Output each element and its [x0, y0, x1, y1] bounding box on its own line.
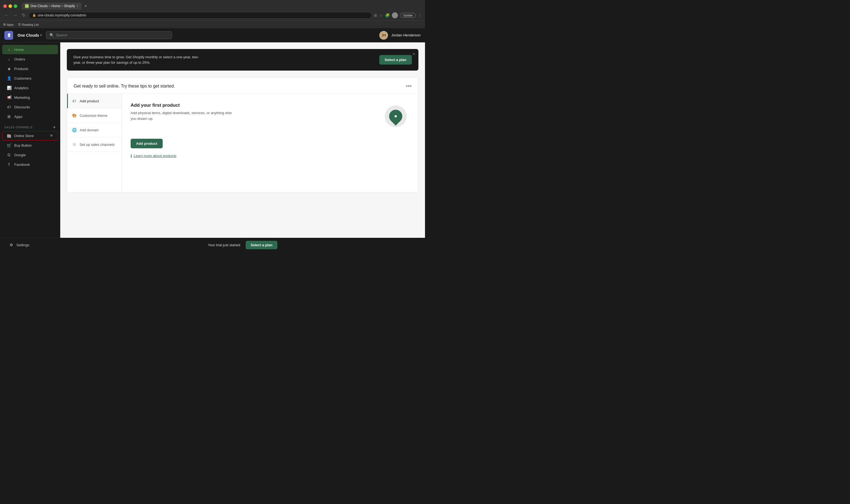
sidebar-item-apps[interactable]: ⊞ Apps: [2, 112, 58, 121]
browser-tabs: 🛍 One Clouds ~ Home ~ Shopify × +: [0, 0, 425, 10]
info-icon: ℹ: [131, 154, 132, 158]
bookmarks-bar: ⊞ Apps ☰ Reading List: [0, 20, 425, 28]
star-icon[interactable]: ☆: [379, 13, 383, 18]
sidebar-item-products[interactable]: ◈ Products: [2, 64, 58, 73]
header-right: JH Jordan Henderson: [379, 31, 421, 40]
online-store-left: 🏬 Online Store: [7, 134, 34, 138]
promo-banner-text: Give your business time to grow. Get Sho…: [73, 54, 205, 65]
shopify-header: One Clouds ▾ 🔍 Search JH Jordan Henderso…: [0, 28, 425, 42]
sidebar-nav: ⌂ Home ↓ Orders ◈ Products 👤 Customers 📊: [0, 42, 60, 237]
tips-card-header: Get ready to sell online. Try these tips…: [67, 77, 418, 94]
tips-body: 🏷 Add product 🎨 Customize theme 🌐 Add do…: [67, 94, 418, 192]
browser-chrome: 🛍 One Clouds ~ Home ~ Shopify × + ← → ↻ …: [0, 0, 425, 20]
tips-more-button[interactable]: •••: [406, 83, 412, 89]
sidebar-label-home: Home: [14, 48, 24, 52]
search-icon: 🔍: [50, 33, 54, 37]
learn-more-link[interactable]: ℹ Learn more about products: [131, 154, 410, 158]
facebook-icon: f: [6, 162, 12, 167]
menu-icon[interactable]: ⋮: [418, 13, 422, 18]
tag-shape: [386, 107, 405, 126]
sidebar-item-settings[interactable]: ⚙ Settings: [4, 240, 56, 250]
tips-list: 🏷 Add product 🎨 Customize theme 🌐 Add do…: [67, 94, 122, 192]
tip-detail-image: [382, 103, 410, 130]
tab-close-button[interactable]: ×: [77, 4, 78, 8]
grid-icon[interactable]: ⊞: [374, 13, 377, 18]
sidebar-label-products: Products: [14, 67, 28, 71]
minimize-window-button[interactable]: [8, 4, 12, 8]
tip-item-add-domain[interactable]: 🌐 Add domain: [67, 123, 122, 137]
address-bar[interactable]: 🔒 one-clouds.myshopify.com/admin: [29, 12, 371, 19]
buy-button-icon: 🛒: [6, 143, 12, 148]
trial-select-plan-button[interactable]: Select a plan: [246, 241, 277, 249]
url-text: one-clouds.myshopify.com/admin: [38, 13, 86, 17]
tip-detail-description: Add physical items, digital downloads, s…: [131, 110, 235, 122]
add-product-button[interactable]: Add product: [131, 139, 163, 148]
banner-select-plan-button[interactable]: Select a plan: [379, 55, 412, 65]
sales-channels-tip-icon: ⚙: [71, 142, 77, 147]
browser-toolbar: ← → ↻ 🔒 one-clouds.myshopify.com/admin ⊞…: [0, 10, 425, 20]
tip-detail: Add your first product Add physical item…: [122, 94, 418, 192]
shop-name[interactable]: One Clouds ▾: [18, 33, 41, 37]
tip-item-customize-theme[interactable]: 🎨 Customize theme: [67, 108, 122, 123]
sidebar-item-facebook[interactable]: f Facebook: [2, 160, 58, 169]
tag-hole: [394, 115, 397, 118]
extensions-icon[interactable]: 🧩: [385, 13, 390, 18]
update-button[interactable]: Update: [400, 13, 416, 18]
marketing-icon: 📢: [6, 95, 12, 100]
banner-close-button[interactable]: ×: [413, 52, 415, 57]
sidebar-item-marketing[interactable]: 📢 Marketing: [2, 93, 58, 102]
apps-icon: ⊞: [6, 114, 12, 119]
user-name: Jordan Henderson: [391, 33, 421, 37]
bookmark-apps[interactable]: ⊞ Apps: [3, 23, 14, 26]
fullscreen-window-button[interactable]: [14, 4, 17, 8]
promo-banner: Give your business time to grow. Get Sho…: [67, 49, 418, 71]
add-domain-tip-icon: 🌐: [71, 127, 77, 133]
sidebar-label-google: Google: [14, 153, 26, 157]
shopify-app: One Clouds ▾ 🔍 Search JH Jordan Henderso…: [0, 28, 425, 252]
shopify-logo: [4, 31, 13, 40]
main-area: Give your business time to grow. Get Sho…: [60, 42, 425, 252]
discounts-icon: 🏷: [6, 105, 12, 109]
sidebar-item-google[interactable]: G Google: [2, 150, 58, 160]
analytics-icon: 📊: [6, 85, 12, 90]
search-placeholder: Search: [56, 33, 67, 37]
sidebar-label-analytics: Analytics: [14, 86, 29, 90]
new-tab-button[interactable]: +: [83, 3, 88, 8]
sidebar-item-discounts[interactable]: 🏷 Discounts: [2, 102, 58, 112]
forward-button[interactable]: →: [12, 12, 19, 18]
app-body: ⌂ Home ↓ Orders ◈ Products 👤 Customers 📊: [0, 42, 425, 252]
sidebar-item-home[interactable]: ⌂ Home: [2, 45, 58, 54]
tag-circle-bg: [385, 105, 407, 127]
tip-label-sales-channels: Set up sales channels: [80, 143, 115, 147]
sidebar-item-analytics[interactable]: 📊 Analytics: [2, 83, 58, 92]
traffic-lights: [3, 4, 17, 8]
sidebar-item-orders[interactable]: ↓ Orders: [2, 54, 58, 64]
sidebar-label-buy-button: Buy Button: [14, 143, 32, 147]
sidebar-label-apps: Apps: [14, 115, 22, 119]
online-store-item: 🏬 Online Store 👁: [2, 131, 58, 140]
tip-item-sales-channels[interactable]: ⚙ Set up sales channels: [67, 137, 122, 152]
sidebar-label-orders: Orders: [14, 57, 25, 61]
online-store-label: Online Store: [14, 134, 34, 138]
close-window-button[interactable]: [3, 4, 7, 8]
refresh-button[interactable]: ↻: [21, 12, 27, 18]
tip-detail-text: Add your first product Add physical item…: [131, 103, 235, 122]
header-search[interactable]: 🔍 Search: [46, 31, 172, 39]
online-store-row[interactable]: 🏬 Online Store 👁: [2, 131, 58, 140]
profile-icon[interactable]: [392, 12, 398, 18]
products-icon: ◈: [6, 66, 12, 71]
active-tab[interactable]: 🛍 One Clouds ~ Home ~ Shopify ×: [22, 2, 82, 10]
sidebar-label-customers: Customers: [14, 76, 32, 80]
tip-item-add-product[interactable]: 🏷 Add product: [67, 94, 122, 108]
sidebar-item-customers[interactable]: 👤 Customers: [2, 74, 58, 83]
tip-detail-header: Add your first product Add physical item…: [131, 103, 410, 130]
back-button[interactable]: ←: [3, 12, 10, 18]
sidebar-item-buy-button[interactable]: 🛒 Buy Button: [2, 141, 58, 150]
preview-icon[interactable]: 👁: [50, 133, 53, 138]
add-sales-channel-button[interactable]: +: [53, 125, 56, 130]
tip-label-add-domain: Add domain: [80, 128, 99, 132]
user-avatar[interactable]: JH: [379, 31, 388, 40]
bookmark-reading-list[interactable]: ☰ Reading List: [18, 23, 39, 26]
promo-banner-actions: Select a plan: [379, 55, 412, 65]
tab-favicon: 🛍: [25, 4, 29, 8]
